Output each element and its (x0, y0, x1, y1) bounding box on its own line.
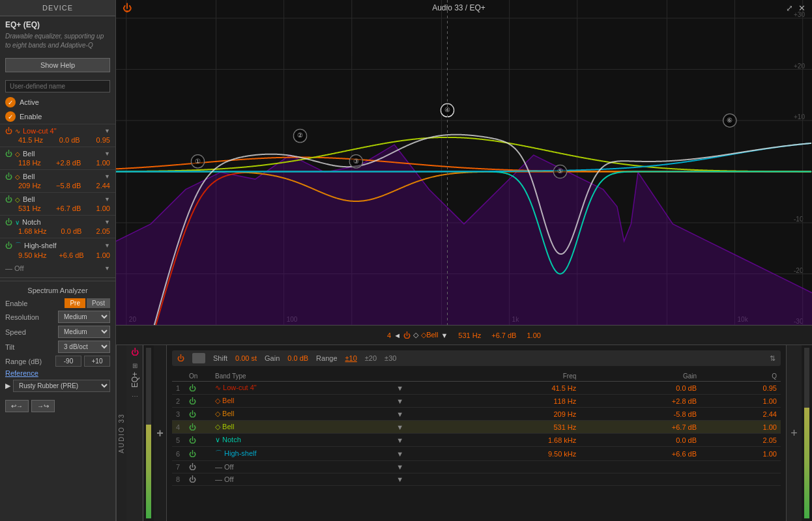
power-cell-6[interactable]: ⏻ (189, 450, 196, 458)
band4-dropdown[interactable]: ▼ (104, 196, 110, 203)
speed-select[interactable]: Medium Low High (58, 326, 110, 338)
add-left-button[interactable]: + (154, 345, 167, 521)
band-type-dropdown-1[interactable]: ▼ (392, 382, 447, 395)
band-type-dropdown-8[interactable]: ▼ (392, 473, 447, 486)
band-on-7[interactable]: ⏻ (185, 461, 211, 473)
eq-power-button[interactable]: ⏻ (123, 3, 132, 13)
band2-dropdown[interactable]: ▼ (104, 150, 110, 157)
band-freq-cell-4: 531 Hz (447, 421, 580, 434)
table-row[interactable]: 3 ⏻ ◇ Bell ▼ 209 Hz -5.8 dB 2.44 (172, 408, 781, 421)
expand-icon[interactable]: ⤢ (786, 3, 793, 13)
band3-gain: −5.8 dB (56, 182, 81, 190)
table-row[interactable]: 8 ⏻ — Off ▼ (172, 473, 781, 486)
transport-forward[interactable]: →↪ (31, 400, 55, 412)
preset-select[interactable]: Rusty Rubber (PRE) (13, 380, 110, 392)
band4-power[interactable]: ⏻ (5, 195, 12, 203)
shift-value[interactable]: 0.00 st (235, 354, 257, 362)
range-20[interactable]: ±20 (365, 354, 377, 362)
mute-band-icon[interactable]: ◄ (394, 331, 401, 339)
tilt-select[interactable]: 3 dB/oct 0 dB/oct 6 dB/oct (58, 341, 110, 353)
band-on-2[interactable]: ⏻ (185, 395, 211, 408)
vu-right-fill (804, 408, 809, 518)
range-10[interactable]: ±10 (345, 354, 357, 362)
band-type-dropdown-5[interactable]: ▼ (392, 434, 447, 447)
eq-title-bar: ⏻ Audio 33 / EQ+ ⤢ ✕ (116, 0, 812, 16)
post-button[interactable]: Post (87, 298, 110, 308)
band6-power[interactable]: ⏻ (5, 242, 12, 249)
enable-check[interactable]: ✓ (5, 111, 16, 122)
grid-icon[interactable]: ⊞ (132, 362, 138, 369)
band-row-5: ⏻ ∨ Notch ▼ 1.68 kHz 0.0 dB 2.05 (0, 215, 115, 238)
dots-icon[interactable]: ⋯ (132, 393, 138, 400)
off-dropdown[interactable]: ▼ (104, 265, 110, 272)
band2-power[interactable]: ⏻ (5, 150, 12, 158)
power-cell-5[interactable]: ⏻ (189, 436, 196, 444)
band-on-5[interactable]: ⏻ (185, 434, 211, 447)
col-band-type: Band Type (211, 371, 392, 382)
band-on-6[interactable]: ⏻ (185, 447, 211, 461)
add-right-button[interactable]: + (786, 345, 802, 521)
band-type-dropdown-4[interactable]: ▼ (392, 421, 447, 434)
show-help-button[interactable]: Show Help (5, 58, 110, 72)
table-row[interactable]: 2 ⏻ ◇ Bell ▼ 118 Hz +2.8 dB 1.00 (172, 395, 781, 408)
eq-display[interactable]: ⏻ Audio 33 / EQ+ ⤢ ✕ 4 ◄ ⏻ ◇ ◇Bell ▼ 531… (116, 0, 812, 345)
vu-left (143, 345, 154, 521)
table-row[interactable]: 1 ⏻ ∿ Low-cut 4" ▼ 41.5 Hz 0.0 dB 0.95 (172, 382, 781, 395)
power-cell-3[interactable]: ⏻ (189, 410, 196, 418)
band-type-dropdown-7[interactable]: ▼ (392, 461, 447, 473)
range-high-input[interactable] (84, 356, 110, 367)
band3-q: 2.44 (96, 182, 110, 190)
table-row[interactable]: 5 ⏻ ∨ Notch ▼ 1.68 kHz 0.0 dB 2.05 (172, 434, 781, 447)
band6-dropdown[interactable]: ▼ (104, 242, 110, 249)
pre-button[interactable]: Pre (65, 298, 85, 308)
band3-power[interactable]: ⏻ (5, 173, 12, 180)
band-type-dropdown-2[interactable]: ▼ (392, 395, 447, 408)
band-type-dropdown-6[interactable]: ▼ (392, 447, 447, 461)
band-on-3[interactable]: ⏻ (185, 408, 211, 421)
bottom-q: 1.00 (527, 331, 540, 339)
sort-icon[interactable]: ⇅ (770, 354, 776, 363)
power-cell-4[interactable]: ⏻ (189, 423, 196, 431)
band-on-1[interactable]: ⏻ (185, 382, 211, 395)
band-on-4[interactable]: ⏻ (185, 421, 211, 434)
bottom-power-icon[interactable]: ⏻ (403, 331, 411, 339)
col-q: Q (701, 371, 781, 382)
toolbar-power[interactable]: ⏻ (177, 354, 184, 362)
band-gain-cell-8 (580, 473, 701, 486)
col-on: On (185, 371, 211, 382)
resolution-select[interactable]: Medium Low High (58, 311, 110, 323)
band-row-6: ⏻ ⌒ High-shelf ▼ 9.50 kHz +6.6 dB 1.00 (0, 238, 115, 262)
band-type-cell-7: — Off (211, 461, 392, 473)
band-selector: 4 ◄ ⏻ ◇ ◇Bell ▼ (387, 331, 448, 339)
range-low-input[interactable] (55, 356, 81, 367)
table-row[interactable]: 7 ⏻ — Off ▼ (172, 461, 781, 473)
power-cell-1[interactable]: ⏻ (189, 384, 196, 392)
table-row[interactable]: 6 ⏻ ⌒ High-shelf ▼ 9.50 kHz +6.6 dB 1.00 (172, 447, 781, 461)
band-row-2: ⏻ ◇ Bell ▼ 118 Hz +2.8 dB 1.00 (0, 147, 115, 169)
band-on-8[interactable]: ⏻ (185, 473, 211, 486)
band2-q: 1.00 (96, 159, 110, 167)
table-row[interactable]: 4 ⏻ ◇ Bell ▼ 531 Hz +6.7 dB 1.00 (172, 421, 781, 434)
power-cell-7[interactable]: ⏻ (189, 463, 196, 471)
transport-back[interactable]: ↩→ (5, 400, 29, 412)
band1-dropdown[interactable]: ▼ (104, 128, 110, 134)
user-defined-input[interactable] (5, 80, 110, 92)
band4-type: Bell (23, 195, 35, 203)
selected-band-num[interactable]: 4 (387, 331, 391, 339)
power-cell-8[interactable]: ⏻ (189, 475, 196, 483)
band5-power[interactable]: ⏻ (5, 218, 12, 226)
power-icon-small[interactable]: ⏻ (131, 348, 139, 357)
eq-bottom-bar: 4 ◄ ⏻ ◇ ◇Bell ▼ 531 Hz +6.7 dB 1.00 (116, 325, 812, 345)
band-type-dropdown-3[interactable]: ▼ (392, 408, 447, 421)
power-cell-2[interactable]: ⏻ (189, 397, 196, 405)
band3-dropdown[interactable]: ▼ (104, 173, 110, 180)
close-icon[interactable]: ✕ (798, 3, 805, 13)
band1-power[interactable]: ⏻ (5, 127, 12, 135)
band5-dropdown[interactable]: ▼ (104, 219, 110, 225)
gain-value[interactable]: 0.0 dB (287, 354, 308, 362)
band-gain-cell-3: -5.8 dB (580, 408, 701, 421)
reference-link[interactable]: Reference (5, 368, 38, 378)
bottom-type-dropdown[interactable]: ▼ (441, 331, 448, 339)
range-30[interactable]: ±30 (384, 354, 396, 362)
active-check[interactable]: ✓ (5, 97, 16, 107)
